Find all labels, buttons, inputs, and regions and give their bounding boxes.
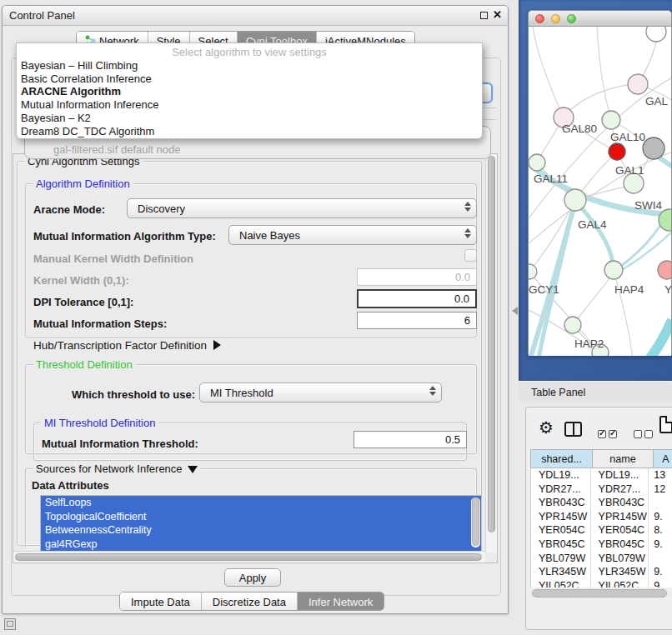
node-label: Y [664,283,671,296]
table-row[interactable]: YBL079WYBL079W [531,552,672,566]
float-panel-icon[interactable] [480,12,488,19]
network-node-hap4-node[interactable] [604,261,623,279]
dropdown-item[interactable]: ARACNE Algorithm [17,85,482,98]
attribute-list-item[interactable]: BetweennessCentrality [41,523,481,538]
network-edge[interactable] [577,203,614,268]
table-rows: YDL19...YDL19...13YDR27...YDR27...12YBR0… [530,468,672,588]
table-row[interactable]: YDR27...YDR27...12 [531,482,672,497]
network-node-salmon-node[interactable] [658,261,671,279]
aracne-mode-select[interactable]: Discovery [127,198,477,218]
close-window-icon[interactable] [535,14,544,23]
mi-steps-label: Mutual Information Steps: [33,318,167,330]
manual-kernel-width-label: Manual Kernel Width Definition [33,252,193,265]
table-cell: YER054C [591,523,649,538]
hub-definition-toggle[interactable]: Hub/Transcription Factor Definition [33,339,221,352]
table-header-row: shared...nameA [530,449,672,468]
settings-vertical-scrollbar[interactable] [485,154,497,552]
network-edge[interactable] [597,27,611,120]
file-icon[interactable] [659,416,672,433]
threshold-definition-title: Threshold Definition [33,358,136,371]
close-panel-icon[interactable]: ✕ [493,8,502,21]
dropdown-item[interactable]: Mutual Information Inference [17,98,482,112]
attribute-list-item[interactable]: TopologicalCoefficient [41,510,481,524]
network-window-titlebar[interactable] [529,11,671,27]
sources-group-title[interactable]: Sources for Network Inference [33,462,201,475]
which-threshold-label: Which threshold to use: [72,388,195,401]
network-canvas[interactable]: GAL80GAL10GALGAL11GAL1SWI4GAL4GCY1HAP4YH… [529,27,671,356]
network-node-gal11-node[interactable] [529,154,545,171]
table-cell: YPR145W [591,510,649,524]
mi-steps-field[interactable]: 6 [357,312,477,329]
attribute-list-item[interactable]: SelfLoops [41,496,481,510]
network-node-top-node[interactable] [646,27,666,42]
network-edge[interactable] [646,320,671,356]
table-horizontal-scrollbar[interactable] [530,588,672,598]
mi-algorithm-type-label: Mutual Information Algorithm Type: [33,230,216,242]
network-node-red-node[interactable] [609,143,625,160]
network-edge[interactable] [533,27,564,118]
table-cell [649,552,672,566]
column-header-a[interactable]: A [654,449,672,468]
network-node-gray-node[interactable] [643,138,664,159]
table-row[interactable]: YBR043CYBR043C [531,496,672,510]
network-node-gal10-node[interactable] [602,111,620,129]
table-row[interactable]: YDL19...YDL19...13 [531,468,672,482]
network-node-gal4-node[interactable] [564,189,586,211]
network-node-gcy1-node[interactable] [529,264,537,279]
zoom-window-icon[interactable] [567,14,576,23]
gear-icon[interactable]: ⚙ [539,418,554,438]
network-node-gal7-node[interactable] [628,74,648,94]
which-threshold-value: MI Threshold [210,387,273,399]
node-label: SWI4 [634,199,662,212]
control-panel: Control Panel ✕ gal-filtered.sif default… [2,5,509,614]
mi-threshold-field[interactable]: 0.5 [354,431,467,448]
dpi-tolerance-field[interactable]: 0.0 [357,289,477,308]
manual-kernel-width-checkbox[interactable] [464,249,477,262]
table-cell: 13 [649,468,672,482]
columns-icon[interactable] [564,422,582,437]
list-scrollbar[interactable] [471,498,480,548]
apply-button[interactable]: Apply [224,568,281,587]
data-attributes-list[interactable]: SelfLoopsTopologicalCoefficientBetweenne… [40,495,482,552]
deselect-all-checkboxes-icon[interactable] [634,427,655,442]
table-cell: YIL052C [591,579,649,588]
column-header-name[interactable]: name [593,449,654,468]
table-cell: YDR27... [591,482,649,497]
network-edge[interactable] [564,84,638,118]
data-attributes-label: Data Attributes [32,479,109,492]
bottom-tab-infer-network[interactable]: Infer Network [298,592,384,610]
table-cell: 12 [649,482,672,497]
minimize-window-icon[interactable] [551,14,560,23]
attribute-list-item[interactable]: gal4RGexp [41,538,481,552]
dropdown-item[interactable]: Bayesian – K2 [17,112,482,125]
mi-algorithm-type-select[interactable]: Naive Bayes [228,225,477,245]
node-label: HAP2 [574,338,604,350]
dropdown-item[interactable]: Basic Correlation Inference [17,72,482,86]
settings-horizontal-scrollbar[interactable] [13,551,485,562]
table-cell: YBR043C [531,496,591,510]
table-row[interactable]: YBR045CYBR045C9. [531,538,672,552]
which-threshold-select[interactable]: MI Threshold [199,382,442,402]
table-cell: 9. [649,510,672,524]
bottom-tab-discretize-data[interactable]: Discretize Data [202,592,298,610]
table-row[interactable]: YLR345WYLR345W9. [531,565,672,579]
column-header-shared[interactable]: shared... [530,449,593,468]
node-label: GAL11 [534,172,568,185]
network-data-combo-value: gal-filtered.sif default node [53,143,180,156]
table-row[interactable]: YPR145WYPR145W9. [531,510,672,524]
kernel-width-field[interactable]: 0.0 [357,268,477,286]
table-cell: YBL079W [591,552,649,566]
table-row[interactable]: YER054CYER054C8. [531,523,672,538]
dropdown-item[interactable]: Dream8 DC_TDC Algorithm [17,125,482,138]
splitter-arrow-icon[interactable] [512,307,518,315]
dropdown-item[interactable]: Bayesian – Hill Climbing [17,59,482,72]
select-all-checkboxes-icon[interactable] [598,427,619,442]
network-edge[interactable] [573,275,612,325]
restore-panel-icon[interactable] [4,618,16,630]
mi-threshold-definition-title: MI Threshold Definition [41,417,158,429]
aracne-mode-value: Discovery [138,202,185,215]
network-view-window[interactable]: GAL80GAL10GALGAL11GAL1SWI4GAL4GCY1HAP4YH… [528,10,672,355]
bottom-tab-impute-data[interactable]: Impute Data [120,592,202,610]
network-node-hap2-node[interactable] [564,317,581,333]
table-row[interactable]: YIL052CYIL052C9 [531,579,672,588]
